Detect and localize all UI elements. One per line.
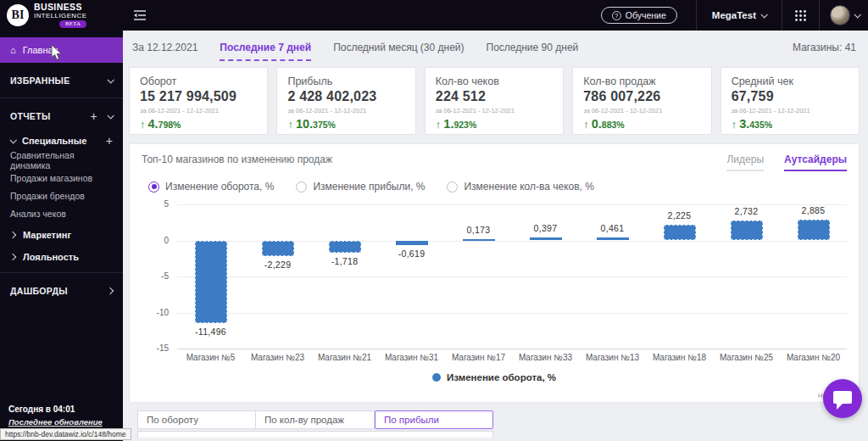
bar[interactable]: [396, 241, 428, 245]
sidebar-collapse-icon[interactable]: [133, 9, 147, 21]
x-axis-label: Магазин №18: [646, 353, 713, 362]
metric-radio-group: Изменение оборота, % Изменение прибыли, …: [148, 181, 847, 193]
bar-plot: -11,496-2,229-1,718-0,6190,1730,3970,461…: [177, 204, 847, 349]
tab-date-12-12-2021[interactable]: За 12.12.2021: [132, 42, 198, 59]
tab-last-month[interactable]: Последний месяц (30 дней): [333, 42, 464, 59]
tab-by-profit[interactable]: По прибыли: [375, 410, 493, 429]
tab-leaders[interactable]: Лидеры: [726, 154, 764, 171]
training-button[interactable]: ? Обучение: [601, 7, 677, 24]
kpi-card-receipts-count[interactable]: Кол-во чеков 224 512 за 06-12-2021 - 12-…: [425, 67, 564, 135]
bar[interactable]: [262, 241, 294, 257]
top-bar: BI BUSINESS INTELLIGENCE BETA ? Обучение: [0, 0, 868, 31]
chevron-right-icon: [9, 232, 16, 238]
home-icon: ⌂: [10, 45, 16, 55]
radio-receipts-change[interactable]: Изменение кол-ва чеков, %: [447, 181, 593, 193]
bar-value-label: -11,496: [177, 327, 244, 337]
user-menu[interactable]: [820, 0, 868, 31]
brand-line1: BUSINESS: [34, 3, 86, 12]
sidebar-item-favorites[interactable]: ИЗБРАННЫЕ: [0, 70, 123, 92]
tab-by-turnover[interactable]: По обороту: [137, 410, 256, 429]
bar[interactable]: [731, 220, 763, 240]
kpi-card-sales-count[interactable]: Кол-во продаж 786 007,226 за 06-12-2021 …: [572, 67, 711, 135]
sidebar-item-loyalty[interactable]: Лояльность: [0, 248, 123, 266]
kpi-card-profit[interactable]: Прибыль 2 428 402,023 за 06-12-2021 - 12…: [276, 67, 415, 135]
kpi-delta: ↑ 0. 883%: [583, 117, 700, 131]
apps-grid-button[interactable]: [782, 0, 819, 31]
chevron-down-icon: [854, 11, 860, 18]
bar[interactable]: [195, 241, 227, 324]
up-arrow-icon: ↑: [140, 118, 146, 131]
bottom-table-cutoff: [137, 431, 493, 438]
bar[interactable]: [664, 225, 696, 241]
sidebar-item-brand-sales[interactable]: Продажи брендов: [0, 187, 123, 204]
kpi-title: Кол-во чеков: [436, 75, 553, 87]
sidebar-item-dashboards[interactable]: ДАШБОРДЫ: [0, 280, 123, 302]
tab-last-90-days[interactable]: Последние 90 дней: [487, 42, 579, 59]
browser-status-url: https://bnb-dev.datawiz.io/c/148/home: [0, 428, 131, 440]
marketing-label: Маркетинг: [23, 230, 71, 240]
sidebar-item-comparative-dynamics[interactable]: Сравнительная динамика: [0, 152, 123, 169]
kpi-value: 15 217 994,509: [140, 89, 257, 104]
radio-label: Изменение оборота, %: [165, 181, 274, 193]
tab-by-sales-count[interactable]: По кол-ву продаж: [256, 410, 375, 429]
add-report-icon[interactable]: +: [91, 109, 97, 123]
kpi-title: Оборот: [140, 75, 257, 87]
kpi-card-average-receipt[interactable]: Средний чек 67,759 за 06-12-2021 - 12-12…: [721, 67, 860, 135]
favorites-label: ИЗБРАННЫЕ: [10, 75, 70, 86]
bar-column: 0,461: [579, 204, 646, 349]
x-axis: Магазин №5Магазин №23Магазин №21Магазин …: [177, 353, 847, 362]
x-axis-label: Магазин №31: [378, 353, 445, 362]
dashboards-label: ДАШБОРДЫ: [10, 286, 68, 296]
kpi-value: 786 007,226: [583, 89, 700, 104]
radio-icon: [148, 181, 159, 193]
bar-value-label: -0,619: [378, 248, 445, 259]
collapse-glyph: [133, 9, 147, 21]
up-arrow-icon: ↑: [732, 118, 737, 131]
bar-value-label: 0,397: [512, 223, 579, 233]
kpi-delta: ↑ 1. 923%: [436, 117, 553, 131]
sidebar-item-store-sales[interactable]: Продажи магазинов: [0, 170, 123, 187]
help-icon: ?: [612, 11, 621, 20]
bar-column: -11,496: [177, 204, 244, 349]
tab-outsiders[interactable]: Аутсайдеры: [784, 154, 847, 171]
sidebar-item-receipt-analysis[interactable]: Анализ чеков: [0, 205, 123, 222]
topbar-right: ? Обучение MegaTest: [601, 0, 868, 31]
radio-profit-change[interactable]: Изменение прибыли, %: [296, 181, 425, 193]
up-arrow-icon: ↑: [436, 118, 442, 131]
bar[interactable]: [329, 241, 361, 254]
sidebar-item-reports[interactable]: ОТЧЕТЫ +: [0, 105, 123, 127]
main-content: За 12.12.2021 Последние 7 дней Последний…: [123, 31, 868, 441]
bar[interactable]: [530, 237, 562, 240]
special-label: Специальные: [22, 136, 86, 146]
add-special-icon[interactable]: +: [106, 134, 113, 148]
kpi-card-turnover[interactable]: Оборот 15 217 994,509 за 06-12-2021 - 12…: [129, 67, 268, 135]
chat-widget-button[interactable]: [823, 379, 862, 418]
top10-chart-card: Топ-10 магазинов по изменению продаж Лид…: [129, 143, 860, 403]
bar[interactable]: [463, 239, 495, 241]
sidebar-home-label: Главная: [23, 45, 58, 55]
kpi-period: за 06-12-2021 - 12-12-2021: [436, 107, 553, 114]
up-arrow-icon: ↑: [287, 118, 293, 131]
radio-icon: [447, 181, 458, 193]
bottom-metric-tabs: По обороту По кол-ву продаж По прибыли: [137, 410, 868, 429]
kpi-delta-frac: 435%: [749, 120, 772, 130]
sidebar: ⌂ Главная ИЗБРАННЫЕ ОТЧЕТЫ + Специальные…: [0, 31, 123, 441]
radio-icon: [296, 181, 307, 193]
tab-last-7-days[interactable]: Последние 7 дней: [220, 42, 311, 61]
bar[interactable]: [798, 220, 830, 241]
kpi-delta-int: 4.: [148, 117, 159, 131]
bar-value-label: -2,229: [244, 260, 311, 270]
x-axis-label: Магазин №33: [512, 353, 579, 362]
chart-legend[interactable]: Изменение оборота, %: [142, 372, 847, 382]
sidebar-item-marketing[interactable]: Маркетинг: [0, 226, 123, 244]
sidebar-item-special[interactable]: Специальные +: [0, 131, 123, 151]
brand-logo[interactable]: BI BUSINESS INTELLIGENCE BETA: [0, 0, 123, 31]
bar[interactable]: [597, 237, 629, 241]
kpi-period: за 06-12-2021 - 12-12-2021: [583, 107, 700, 114]
bar-column: 2,732: [713, 204, 780, 349]
radio-turnover-change[interactable]: Изменение оборота, %: [148, 181, 274, 193]
kpi-period: за 06-12-2021 - 12-12-2021: [140, 107, 257, 114]
account-menu[interactable]: MegaTest: [697, 0, 782, 31]
bar-column: -1,718: [311, 204, 378, 349]
sidebar-item-home[interactable]: ⌂ Главная: [0, 37, 123, 63]
